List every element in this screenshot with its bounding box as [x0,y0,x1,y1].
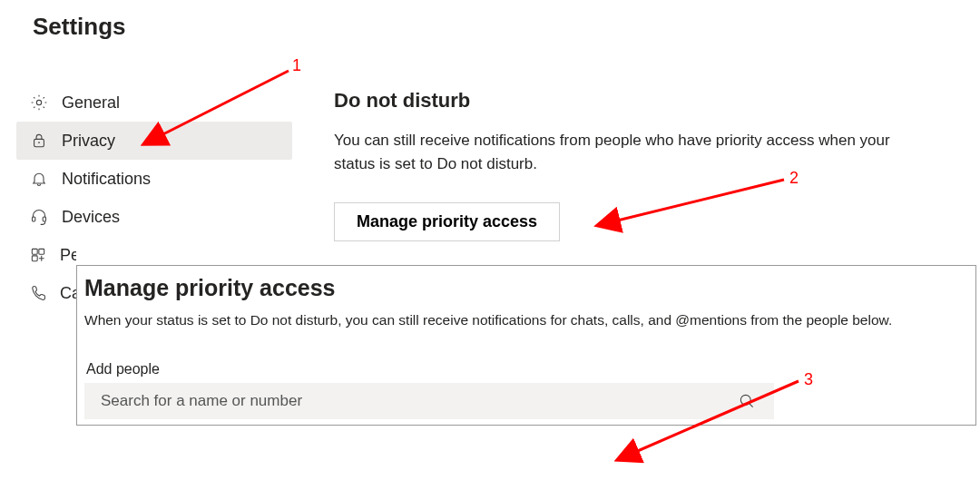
sidebar-item-label: Notifications [62,170,151,189]
phone-icon [29,283,47,303]
search-icon [738,392,756,410]
dnd-section: Do not disturb You can still receive not… [334,89,951,241]
svg-rect-3 [33,217,35,221]
dnd-description: You can still receive notifications from… [334,129,897,177]
manage-priority-access-button[interactable]: Manage priority access [334,202,560,241]
bell-icon [29,169,49,189]
dnd-title: Do not disturb [334,89,951,113]
svg-point-0 [36,100,41,104]
panel-title: Manage priority access [84,266,972,310]
add-people-label: Add people [84,330,972,383]
sidebar-item-permissions[interactable]: Permissions [16,236,76,274]
sidebar-item-label: Devices [62,208,120,227]
search-field[interactable] [84,383,774,419]
sidebar-item-general[interactable]: General [16,83,292,122]
svg-rect-5 [32,249,37,254]
sidebar-item-label: Permissions [60,246,76,265]
headset-icon [29,207,49,227]
gear-icon [29,93,49,113]
svg-point-8 [740,395,750,405]
apps-icon [29,245,47,265]
lock-icon [29,131,49,151]
sidebar-item-privacy[interactable]: Privacy [16,122,292,160]
sidebar-item-devices[interactable]: Devices [16,198,292,236]
search-input[interactable] [101,392,729,410]
sidebar-item-label: General [62,93,120,113]
page-title: Settings [33,13,126,41]
svg-rect-4 [43,217,45,221]
sidebar-item-label: Privacy [62,132,115,151]
sidebar-item-calls[interactable]: Calls [16,274,76,312]
panel-description: When your status is set to Do not distur… [84,310,972,330]
sidebar-item-notifications[interactable]: Notifications [16,160,292,198]
sidebar-item-label: Calls [60,284,76,303]
svg-rect-7 [32,256,37,261]
svg-rect-6 [39,249,44,254]
svg-point-2 [38,142,40,143]
manage-priority-access-panel: Manage priority access When your status … [76,265,976,426]
annotation-number-1: 1 [292,56,301,75]
